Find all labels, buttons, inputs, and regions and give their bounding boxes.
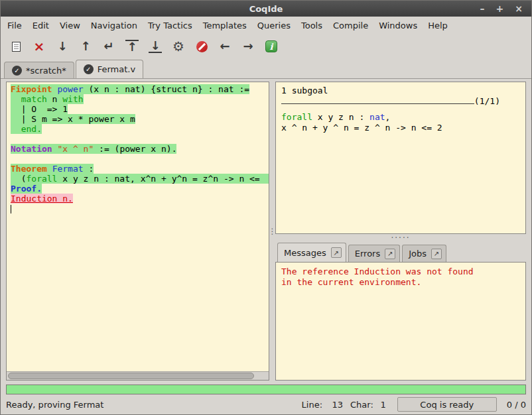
tab-scratch[interactable]: ✓*scratch*	[4, 62, 74, 78]
step-backward-button[interactable]: ↑	[77, 37, 94, 56]
code-token: Fermat	[52, 164, 84, 174]
new-file-icon	[12, 42, 21, 52]
detach-icon: ↗	[434, 250, 439, 257]
detach-button[interactable]: ↗	[431, 249, 442, 259]
code-token: | O => 1	[11, 104, 68, 114]
tab-errors[interactable]: Errors↗	[348, 245, 400, 262]
code-token: Proof.	[11, 184, 42, 194]
code-line[interactable]: end.	[11, 124, 269, 134]
status-bar: Ready, proving Fermat Line: 13 Char: 1 C…	[1, 394, 531, 414]
detach-button[interactable]: ↗	[331, 247, 342, 258]
menu-tools[interactable]: Tools	[296, 19, 328, 32]
tab-label: Messages	[284, 248, 326, 258]
code-token: | S m => x * power x m	[11, 114, 135, 124]
goal-counter: (1/1)	[474, 96, 500, 107]
right-column: 1 subgoal (1/1) forall x y z n : nat,x ^…	[275, 82, 526, 381]
toolbar: ×↓↑↵↑↓⚙←→i	[1, 34, 531, 59]
step-backward-icon: ↑	[80, 40, 90, 52]
horizontal-scrollbar[interactable]	[7, 371, 269, 380]
code-token: x y z n : nat, x^n + y^n = z^n -> n <=	[57, 174, 259, 184]
code-line[interactable]: Fixpoint power (x n : nat) {struct n} : …	[11, 84, 269, 94]
tab-messages[interactable]: Messages↗	[277, 243, 346, 262]
code-line[interactable]: Proof.	[11, 184, 269, 194]
message-line: The reference Induction was not found	[281, 267, 520, 277]
code-editor[interactable]: Fixpoint power (x n : nat) {struct n} : …	[7, 82, 269, 371]
code-token	[11, 94, 21, 104]
go-to-start-button[interactable]: ↑	[123, 37, 141, 56]
code-line[interactable]	[11, 134, 269, 144]
text-cursor	[11, 205, 11, 213]
code-token: x y z n :	[312, 112, 369, 122]
tab-fermat.v[interactable]: ✓Fermat.v	[76, 60, 143, 78]
code-token: Induction n.	[11, 194, 73, 204]
close-button[interactable]: ×	[515, 1, 523, 17]
detach-button[interactable]: ↗	[385, 249, 395, 259]
code-line[interactable]: Notation "x ^ n" := (power x n).	[11, 144, 269, 154]
message-line: in the current environment.	[281, 277, 520, 288]
menu-compile[interactable]: Compile	[328, 19, 373, 32]
menu-file[interactable]: File	[2, 19, 27, 32]
next-occurrence-button[interactable]: →	[239, 37, 257, 56]
goal-count: 1 subgoal	[281, 86, 520, 96]
close-buffer-button[interactable]: ×	[31, 37, 48, 56]
go-to-cursor-icon: ↵	[103, 40, 113, 52]
code-token: forall	[281, 112, 312, 122]
code-token: power	[57, 84, 83, 94]
code-line[interactable]	[11, 154, 269, 164]
worker-jobs-count: 0 / 0	[500, 400, 526, 410]
maximize-button[interactable]: +	[496, 1, 504, 17]
horizontal-splitter[interactable]: ·····	[275, 234, 526, 241]
interrupt-button[interactable]	[193, 37, 210, 56]
step-forward-button[interactable]: ↓	[54, 37, 71, 56]
code-line[interactable]: | O => 1	[11, 104, 269, 114]
new-file-button[interactable]	[7, 37, 25, 56]
code-token: "x ^ n"	[57, 144, 94, 154]
vertical-splitter[interactable]: ⋮	[269, 82, 275, 381]
code-token	[47, 164, 52, 174]
window-controls: –+×	[480, 1, 531, 17]
menu-edit[interactable]: Edit	[27, 19, 54, 32]
tab-label: Fermat.v	[98, 64, 135, 74]
about-button[interactable]: i	[263, 37, 280, 56]
code-line[interactable]	[11, 204, 269, 213]
go-to-cursor-button[interactable]: ↵	[100, 37, 117, 56]
menu-navigation[interactable]: Navigation	[86, 19, 143, 32]
code-token: match	[21, 94, 47, 104]
code-token: Notation	[11, 144, 52, 154]
code-token: (	[11, 174, 26, 184]
menu-windows[interactable]: Windows	[373, 19, 423, 32]
window-title: CoqIde	[1, 4, 531, 14]
code-line[interactable]: Induction n.	[11, 194, 269, 204]
goals-panel[interactable]: 1 subgoal (1/1) forall x y z n : nat,x ^…	[275, 82, 526, 234]
menu-try-tactics[interactable]: Try Tactics	[143, 19, 198, 32]
title-bar[interactable]: CoqIde –+×	[1, 1, 531, 17]
code-token: forall	[26, 174, 57, 184]
fully-check-button[interactable]: ⚙	[170, 37, 187, 56]
code-line[interactable]: Theorem Fermat :	[11, 164, 269, 174]
code-line[interactable]: match n with	[11, 94, 269, 104]
tab-label: Errors	[355, 249, 380, 259]
tab-check-icon: ✓	[12, 66, 22, 76]
menu-view[interactable]: View	[54, 19, 86, 32]
code-token	[11, 124, 21, 134]
menu-help[interactable]: Help	[423, 19, 453, 32]
menu-templates[interactable]: Templates	[198, 19, 252, 32]
code-line[interactable]: (forall x y z n : nat, x^n + y^n = z^n -…	[11, 174, 269, 184]
editor-pane: Fixpoint power (x n : nat) {struct n} : …	[6, 82, 269, 381]
detach-icon: ↗	[387, 250, 393, 257]
messages-body[interactable]: The reference Induction was not foundin …	[275, 262, 526, 381]
code-line[interactable]: | S m => x * power x m	[11, 114, 269, 124]
messages-panel: Messages↗Errors↗Jobs↗ The reference Indu…	[275, 241, 526, 381]
menu-queries[interactable]: Queries	[252, 19, 296, 32]
goal-lines: forall x y z n : nat,x ^ n + y ^ n = z ^…	[281, 112, 520, 133]
code-token: with	[62, 94, 83, 104]
code-token: := (power x n).	[94, 144, 176, 154]
tab-check-icon: ✓	[84, 64, 94, 74]
scrollbar-thumb[interactable]	[8, 373, 254, 379]
previous-occurrence-button[interactable]: ←	[216, 37, 233, 56]
step-forward-icon: ↓	[57, 40, 67, 52]
go-to-end-button[interactable]: ↓	[147, 37, 164, 56]
tab-jobs[interactable]: Jobs↗	[402, 245, 446, 262]
minimize-button[interactable]: –	[480, 1, 485, 17]
tab-label: *scratch*	[26, 66, 66, 76]
